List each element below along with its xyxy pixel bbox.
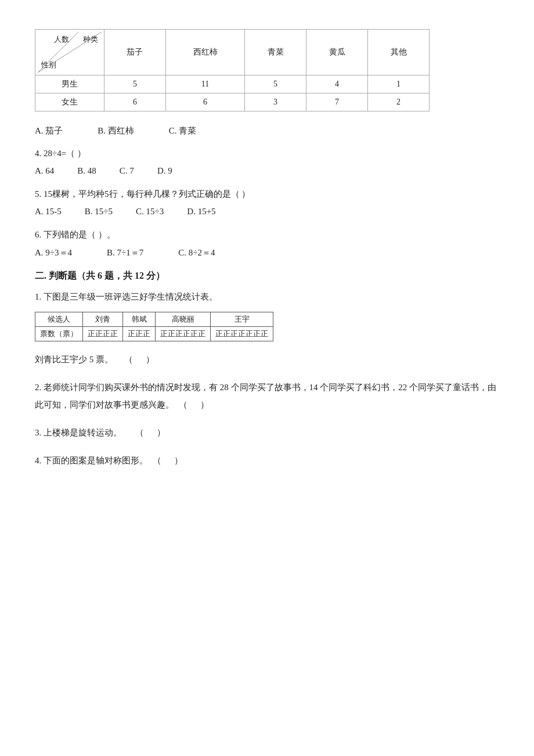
q4-choices: A. 64 B. 48 C. 7 D. 9 <box>35 166 499 176</box>
q5-choice-b: B. 15÷5 <box>85 207 113 217</box>
j2-text: 2. 老师统计同学们购买课外书的情况时发现，有 28 个同学买了故事书，14 个… <box>35 379 499 413</box>
q4-choice-a: A. 64 <box>35 166 54 176</box>
section-two-title: 二. 判断题（共 6 题，共 12 分） <box>35 270 499 282</box>
j2-section: 2. 老师统计同学们购买课外书的情况时发现，有 28 个同学买了故事书，14 个… <box>35 379 499 413</box>
j1-statement: 刘青比王宇少 5 票。 <box>35 355 113 364</box>
cell-female-qingcai: 3 <box>245 93 306 111</box>
cell-female-huanggua: 7 <box>306 93 368 111</box>
j4-statement: 4. 下面的图案是轴对称图形。 <box>35 456 148 465</box>
q5-choice-a: A. 15-5 <box>35 207 62 217</box>
q3-choice-c: C. 青菜 <box>169 125 197 136</box>
row-label-female: 女生 <box>35 93 104 111</box>
q5-text: 5. 15棵树，平均种5行，每行种几棵？列式正确的是（ ） <box>35 186 499 202</box>
j3-statement: 3. 上楼梯是旋转运动。 <box>35 428 122 437</box>
cell-female-xihongshi: 6 <box>165 93 244 111</box>
header-type-label: 种类 <box>83 34 98 45</box>
col-header-qiezi: 茄子 <box>104 30 166 75</box>
cand-gaoxiaoli: 高晓丽 <box>156 312 211 327</box>
j4-text: 4. 下面的图案是轴对称图形。 （ ） <box>35 452 499 469</box>
j4-section: 4. 下面的图案是轴对称图形。 （ ） <box>35 452 499 469</box>
q3-choices: A. 茄子 B. 西红柿 C. 青菜 <box>35 125 499 136</box>
q5-choice-d: D. 15+5 <box>187 207 215 217</box>
q5-choice-c: C. 15÷3 <box>136 207 164 217</box>
vote-liuqing: 正正正正 <box>83 327 123 341</box>
vote-gaoxiaoli: 正正正正正正 <box>156 327 211 341</box>
cand-liuqing: 刘青 <box>83 312 123 327</box>
j2-statement: 2. 老师统计同学们购买课外书的情况时发现，有 28 个同学买了故事书，14 个… <box>35 383 496 409</box>
j1-judge-text: 刘青比王宇少 5 票。 （ ） <box>35 351 499 368</box>
q6-text: 6. 下列错的是（ ）。 <box>35 227 499 243</box>
cell-male-qingcai: 5 <box>245 75 306 93</box>
table-row-female: 女生 6 6 3 7 2 <box>35 93 430 111</box>
q4-choice-c: C. 7 <box>120 166 134 176</box>
candidate-table: 候选人 刘青 韩斌 高晓丽 王宇 票数（票） 正正正正 正正正 正正正正正正 正… <box>35 312 273 341</box>
j1-section: 1. 下图是三年级一班评选三好学生情况统计表。 候选人 刘青 韩斌 高晓丽 王宇… <box>35 289 499 368</box>
row-label-male: 男生 <box>35 75 104 93</box>
cell-male-huanggua: 4 <box>306 75 368 93</box>
cell-male-xihongshi: 11 <box>165 75 244 93</box>
q6-choice-b: B. 7÷1＝7 <box>107 247 143 258</box>
cell-female-qiezi: 6 <box>104 93 166 111</box>
j3-text: 3. 上楼梯是旋转运动。 （ ） <box>35 424 499 441</box>
vote-wangyu: 正正正正正正正 <box>211 327 273 341</box>
q6-choices: A. 9÷3＝4 B. 7÷1＝7 C. 8÷2＝4 <box>35 247 499 258</box>
q3-choice-a: A. 茄子 <box>35 125 63 136</box>
col-header-huanggua: 黄瓜 <box>306 30 368 75</box>
q3-choice-b: B. 西红柿 <box>98 125 134 136</box>
q6-choice-a: A. 9÷3＝4 <box>35 247 72 258</box>
q6-choice-c: C. 8÷2＝4 <box>178 247 215 258</box>
diagonal-header: 种类 人数 性别 <box>35 30 104 75</box>
vote-hanbin: 正正正 <box>123 327 156 341</box>
j1-text: 1. 下图是三年级一班评选三好学生情况统计表。 <box>35 289 499 305</box>
cell-male-qita: 1 <box>368 75 430 93</box>
cand-row-label: 候选人 <box>35 312 83 327</box>
header-gender-label: 性别 <box>41 60 56 70</box>
j3-section: 3. 上楼梯是旋转运动。 （ ） <box>35 424 499 441</box>
vote-row: 票数（票） 正正正正 正正正 正正正正正正 正正正正正正正 <box>35 327 273 341</box>
q5-section: 5. 15棵树，平均种5行，每行种几棵？列式正确的是（ ） A. 15-5 B.… <box>35 186 499 217</box>
cand-wangyu: 王宇 <box>211 312 273 327</box>
q6-section: 6. 下列错的是（ ）。 A. 9÷3＝4 B. 7÷1＝7 C. 8÷2＝4 <box>35 227 499 258</box>
cand-hanbin: 韩斌 <box>123 312 156 327</box>
cand-header-row: 候选人 刘青 韩斌 高晓丽 王宇 <box>35 312 273 327</box>
q5-choices: A. 15-5 B. 15÷5 C. 15÷3 D. 15+5 <box>35 207 499 217</box>
q4-text: 4. 28÷4=（ ） <box>35 146 499 161</box>
header-count-label: 人数 <box>54 34 69 45</box>
q4-choice-b: B. 48 <box>77 166 96 176</box>
col-header-qingcai: 青菜 <box>245 30 306 75</box>
veg-table-section: 种类 人数 性别 茄子 西红柿 青菜 黄瓜 其他 男生 5 11 5 4 1 女… <box>35 29 499 136</box>
col-header-xihongshi: 西红柿 <box>165 30 244 75</box>
col-header-qita: 其他 <box>368 30 430 75</box>
vegetable-table: 种类 人数 性别 茄子 西红柿 青菜 黄瓜 其他 男生 5 11 5 4 1 女… <box>35 29 430 111</box>
vote-row-label: 票数（票） <box>35 327 83 341</box>
q4-section: 4. 28÷4=（ ） A. 64 B. 48 C. 7 D. 9 <box>35 146 499 176</box>
table-row-male: 男生 5 11 5 4 1 <box>35 75 430 93</box>
q4-choice-d: D. 9 <box>157 166 172 176</box>
cell-male-qiezi: 5 <box>104 75 166 93</box>
cell-female-qita: 2 <box>368 93 430 111</box>
